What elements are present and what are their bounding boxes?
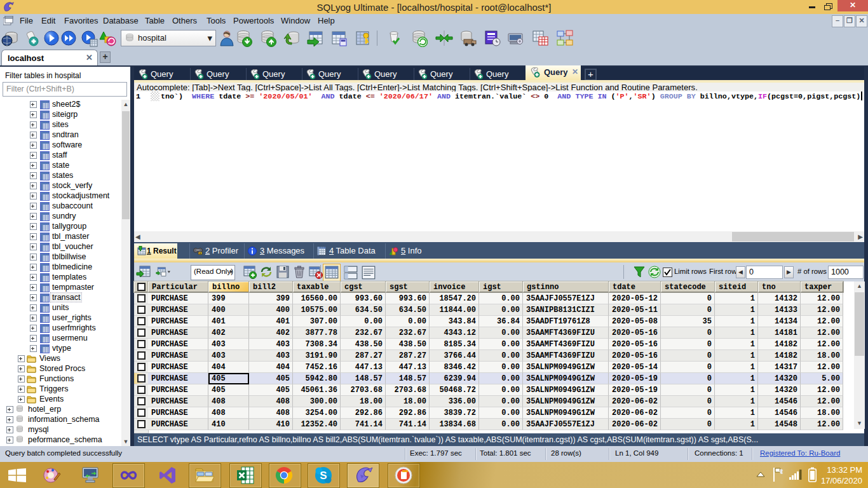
- svg-text:S: S: [320, 470, 327, 482]
